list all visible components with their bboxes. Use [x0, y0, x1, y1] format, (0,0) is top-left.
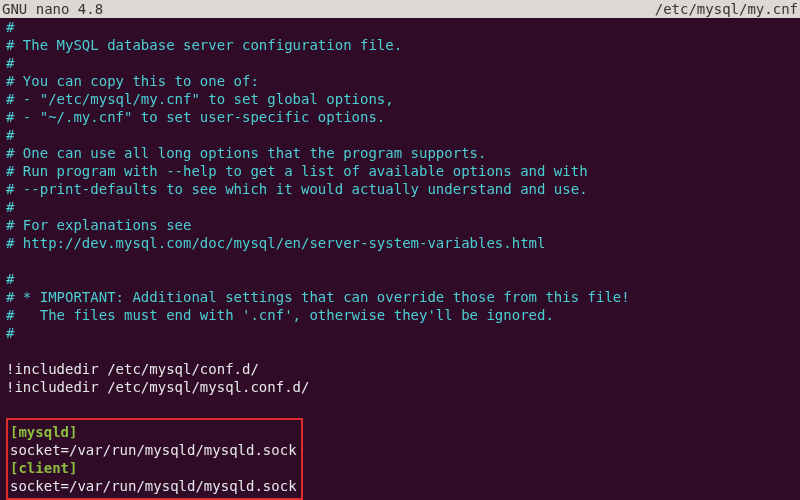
file-line: [client]: [10, 459, 297, 477]
file-line: #: [6, 198, 794, 216]
file-line: !includedir /etc/mysql/mysql.conf.d/: [6, 378, 794, 396]
file-line: # Run program with --help to get a list …: [6, 162, 794, 180]
app-name: GNU nano 4.8: [2, 0, 655, 18]
file-line: #: [6, 18, 794, 36]
file-line: socket=/var/run/mysqld/mysqld.sock: [10, 441, 297, 459]
file-line: #: [6, 54, 794, 72]
file-line: #: [6, 270, 794, 288]
file-path: /etc/mysql/my.cnf: [655, 0, 798, 18]
file-line: # * IMPORTANT: Additional settings that …: [6, 288, 794, 306]
file-line: # http://dev.mysql.com/doc/mysql/en/serv…: [6, 234, 794, 252]
blank-line: [6, 252, 794, 270]
file-line: #: [6, 126, 794, 144]
file-line: # The MySQL database server configuratio…: [6, 36, 794, 54]
editor-viewport[interactable]: # # The MySQL database server configurat…: [0, 18, 800, 500]
file-line: # One can use all long options that the …: [6, 144, 794, 162]
file-line: # The files must end with '.cnf', otherw…: [6, 306, 794, 324]
file-line: # You can copy this to one of:: [6, 72, 794, 90]
file-line: socket=/var/run/mysqld/mysqld.sock: [10, 477, 297, 495]
blank-line: [6, 342, 794, 360]
file-line: # --print-defaults to see which it would…: [6, 180, 794, 198]
file-line: # - "/etc/mysql/my.cnf" to set global op…: [6, 90, 794, 108]
file-line: [mysqld]: [10, 423, 297, 441]
file-line: # - "~/.my.cnf" to set user-specific opt…: [6, 108, 794, 126]
blank-line: [6, 396, 794, 414]
file-line: !includedir /etc/mysql/conf.d/: [6, 360, 794, 378]
file-line: #: [6, 324, 794, 342]
file-line: # For explanations see: [6, 216, 794, 234]
annotation-highlight: [mysqld] socket=/var/run/mysqld/mysqld.s…: [6, 418, 303, 500]
nano-titlebar: GNU nano 4.8 /etc/mysql/my.cnf: [0, 0, 800, 18]
